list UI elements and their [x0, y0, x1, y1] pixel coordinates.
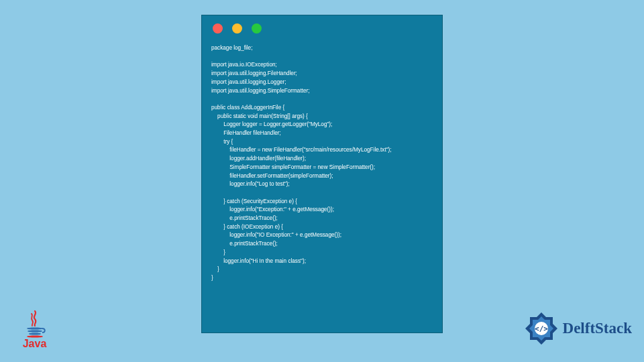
code-window: package log_file; import java.io.IOExcep… — [201, 15, 443, 333]
java-logo-label: Java — [16, 338, 53, 350]
delftstack-logo: </> DelftStack — [524, 311, 632, 346]
java-logo: Java — [16, 310, 53, 350]
delftstack-logo-label: DelftStack — [563, 320, 632, 337]
svg-text:</>: </> — [535, 324, 548, 333]
maximize-icon[interactable] — [252, 23, 262, 34]
code-block: package log_file; import java.io.IOExcep… — [202, 39, 442, 292]
close-icon[interactable] — [213, 23, 223, 34]
minimize-icon[interactable] — [232, 23, 242, 34]
java-cup-icon — [23, 310, 47, 339]
delftstack-badge-icon: </> — [524, 311, 559, 346]
window-controls — [202, 15, 442, 39]
